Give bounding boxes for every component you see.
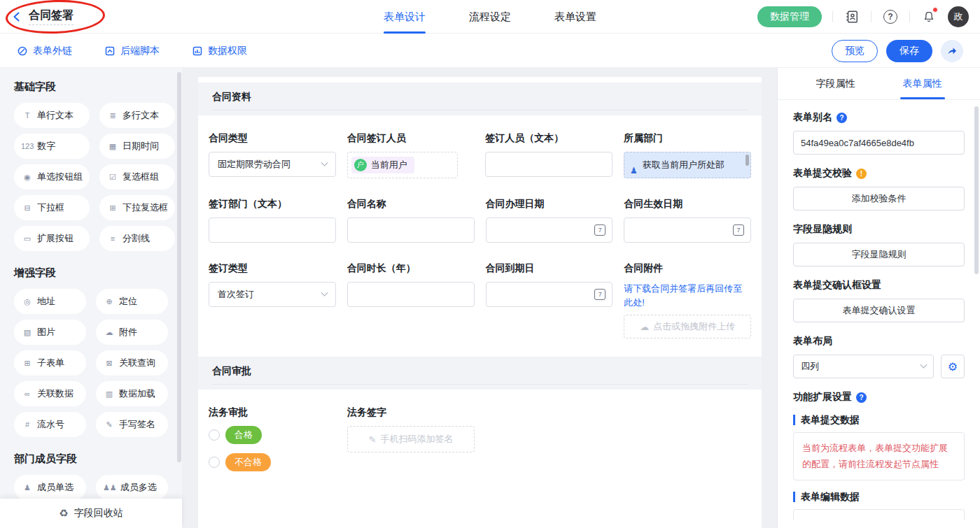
legal-review-option-fail[interactable]: 不合格	[209, 453, 336, 471]
field-item-datetime[interactable]: ▦日期时间	[99, 134, 175, 159]
field-item-single-line-text[interactable]: T单行文本	[14, 103, 90, 128]
field-item-image[interactable]: ▧图片	[14, 320, 86, 345]
back-icon[interactable]	[11, 11, 22, 22]
layout-settings-button[interactable]: ⚙	[941, 355, 965, 378]
link-label: 表单外链	[33, 45, 72, 57]
department-scrollbar[interactable]	[746, 155, 749, 166]
contract-type-select[interactable]: 固定期限劳动合同	[209, 152, 336, 177]
effective-date-input[interactable]: 7	[624, 217, 751, 243]
select-icon: ⊟	[21, 204, 34, 213]
contract-name-label: 合同名称	[347, 198, 475, 211]
form-alias-label: 表单别名 ?	[793, 111, 965, 124]
share-button[interactable]	[941, 40, 963, 62]
help-icon[interactable]: ?	[836, 113, 847, 123]
legal-sign-field[interactable]: ✎ 手机扫码添加签名	[347, 426, 475, 452]
field-item-serial-number[interactable]: #流水号	[14, 412, 86, 437]
contract-name-input[interactable]	[347, 217, 475, 243]
backend-script-link[interactable]: 后端脚本	[104, 45, 160, 57]
attachment-label: 合同附件	[624, 262, 751, 275]
field-item-subform[interactable]: ⊞子表单	[14, 350, 86, 376]
department-value: 获取当前用户所处部	[643, 159, 724, 171]
label-text: 功能扩展设置	[793, 391, 852, 404]
section-title: 合同资料	[212, 90, 748, 110]
field-item-linked-data[interactable]: ∞关联数据	[14, 381, 86, 406]
sign-type-label: 签订类型	[209, 262, 336, 275]
signer-text-input[interactable]	[485, 152, 612, 177]
current-user-tag: 户 当前用户	[351, 157, 414, 173]
department-label: 所属部门	[624, 132, 751, 145]
notification-bell-icon[interactable]	[920, 8, 937, 25]
field-item-signature[interactable]: ✎手写签名	[96, 412, 168, 437]
layout-select[interactable]: 四列	[793, 355, 934, 378]
preview-button[interactable]: 预览	[832, 40, 878, 62]
field-item-multi-select[interactable]: ⊞下拉复选框	[99, 195, 175, 220]
chevron-down-icon	[321, 289, 328, 296]
field-library-sidebar: 基础字段 T单行文本 ≣多行文本 123数字 ▦日期时间 ◉单选按钮组 ☑复选框…	[0, 68, 182, 528]
add-validation-button[interactable]: 添加校验条件	[793, 187, 965, 211]
checkbox-group-icon: ☑	[106, 173, 119, 182]
field-item-checkbox-group[interactable]: ☑复选框组	[99, 164, 175, 190]
attachment-hint-link[interactable]: 请下载合同并签署后再回传至此处!	[624, 282, 751, 309]
field-item-number[interactable]: 123数字	[14, 134, 90, 159]
radio-group-icon: ◉	[21, 173, 34, 182]
panel-scrollbar[interactable]	[974, 106, 979, 274]
field-item-attachment[interactable]: ☁附件	[96, 320, 168, 345]
data-manage-button[interactable]: 数据管理	[757, 6, 822, 27]
address-book-icon[interactable]	[844, 8, 860, 25]
linked-query-icon: ⊠	[103, 359, 115, 368]
field-item-multi-line-text[interactable]: ≣多行文本	[99, 103, 175, 128]
avatar[interactable]: 政	[948, 6, 969, 27]
data-permission-link[interactable]: 数据权限	[192, 45, 247, 57]
field-visibility-button[interactable]: 字段显隐规则	[793, 243, 965, 266]
legal-review-label: 法务审批	[209, 406, 336, 419]
field-recycle-bin[interactable]: ♻ 字段回收站	[0, 499, 182, 528]
radio-icon[interactable]	[209, 457, 220, 468]
department-field[interactable]: ♟ 获取当前用户所处部	[624, 152, 751, 178]
field-item-location[interactable]: ⊕定位	[96, 289, 168, 314]
field-item-divider[interactable]: ≡分割线	[99, 226, 175, 251]
submit-confirm-button[interactable]: 表单提交确认设置	[793, 299, 965, 322]
attachment-upload-button[interactable]: ☁ 点击或拖拽附件上传	[624, 315, 751, 338]
data-load-icon: ▥	[103, 390, 115, 399]
subform-icon: ⊞	[21, 359, 34, 368]
form-external-link[interactable]: 表单外链	[17, 45, 72, 57]
tab-form-design[interactable]: 表单设计	[384, 0, 426, 34]
handle-date-input[interactable]: 7	[486, 217, 613, 243]
field-item-select[interactable]: ⊟下拉框	[14, 195, 90, 220]
tab-flow-setting[interactable]: 流程设定	[469, 0, 511, 34]
field-item-address[interactable]: ◎地址	[14, 289, 86, 314]
sign-type-select[interactable]: 首次签订	[209, 282, 336, 307]
signature-pen-icon: ✎	[369, 434, 377, 445]
expire-date-input[interactable]: 7	[486, 282, 613, 307]
field-item-linked-query[interactable]: ⊠关联查询	[96, 350, 168, 376]
field-item-label: 单选按钮组	[37, 171, 83, 183]
tab-field-properties[interactable]: 字段属性	[816, 68, 855, 99]
field-item-label: 手写签名	[119, 418, 155, 431]
help-icon[interactable]: ?	[856, 392, 867, 403]
help-icon[interactable]: ?	[882, 8, 899, 25]
field-item-radio-group[interactable]: ◉单选按钮组	[14, 164, 90, 190]
form-alias-input[interactable]	[793, 131, 965, 155]
extend-button-icon: ▭	[21, 234, 34, 243]
linked-data-icon: ∞	[21, 390, 34, 398]
single-line-text-icon: T	[21, 111, 34, 120]
save-button[interactable]: 保存	[886, 40, 932, 62]
field-item-member-multi[interactable]: ♟♟成员多选	[96, 475, 168, 500]
field-item-extend-button[interactable]: ▭扩展按钮	[14, 226, 90, 251]
duration-input[interactable]	[347, 282, 475, 307]
panel-body: 表单别名 ? 表单提交校验 ! 添加校验条件 字段显隐规则 字段显隐规则 表单提…	[778, 100, 980, 520]
field-item-data-load[interactable]: ▥数据加载	[96, 381, 168, 406]
tab-form-properties[interactable]: 表单属性	[903, 68, 942, 99]
field-item-member-single[interactable]: ♟成员单选	[14, 475, 86, 500]
field-item-label: 关联数据	[37, 387, 74, 400]
legal-review-option-pass[interactable]: 合格	[209, 426, 336, 444]
radio-icon[interactable]	[209, 429, 220, 441]
warning-icon[interactable]: !	[856, 169, 867, 179]
tab-form-setting[interactable]: 表单设置	[554, 0, 596, 34]
divider	[871, 11, 872, 22]
sidebar-scrollbar[interactable]	[177, 72, 181, 462]
sign-dept-input[interactable]	[209, 217, 336, 243]
contract-signer-field[interactable]: 户 当前用户	[347, 152, 458, 178]
contract-signer-label: 合同签订人员	[347, 132, 475, 145]
permission-icon	[192, 45, 203, 57]
